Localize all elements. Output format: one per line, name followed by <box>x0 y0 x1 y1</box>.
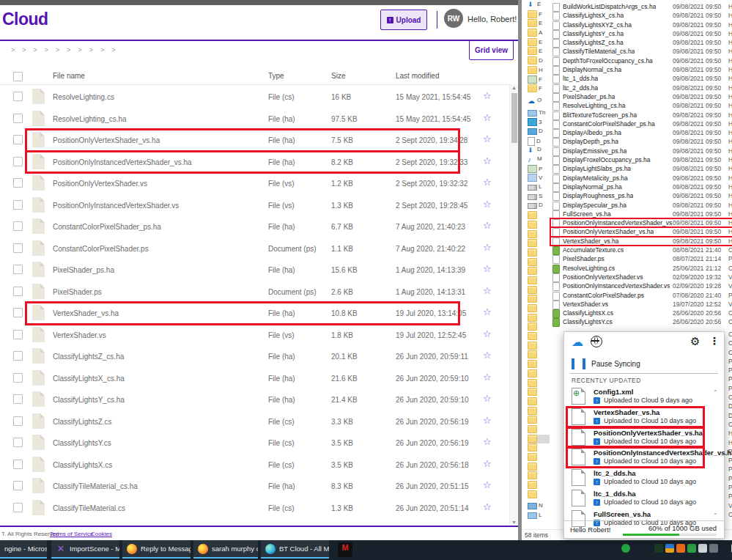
explorer-file-row[interactable]: PixelShader_ps.ha 09/08/2021 09:50 H <box>548 92 732 101</box>
tray-icon[interactable] <box>643 544 652 553</box>
explorer-file-row[interactable]: ResolveLighting.cs 25/06/2021 21:12 C <box>548 264 732 273</box>
explorer-file-name[interactable]: ResolveLighting_cs.ha <box>563 102 626 109</box>
file-name[interactable]: PositionOnlyVertexShader.vs <box>53 180 147 188</box>
explorer-file-name[interactable]: BlitTextureToScreen_ps.ha <box>563 111 637 119</box>
row-checkbox[interactable] <box>13 460 23 469</box>
favourite-star-icon[interactable]: ☆ <box>483 372 492 383</box>
explorer-file-row[interactable]: DisplayLightSlabs_ps.ha 09/08/2021 09:50… <box>548 164 732 173</box>
explorer-file-name[interactable]: PositionOnlyInstancedVertexShader.vs <box>563 282 670 290</box>
tree-node[interactable] <box>528 435 550 444</box>
tree-node[interactable]: O <box>528 97 550 106</box>
explorer-file-row[interactable]: ClassifyLightsX_cs.ha 09/08/2021 09:50 H <box>548 11 732 20</box>
favourite-star-icon[interactable]: ☆ <box>483 90 492 101</box>
row-checkbox[interactable] <box>13 200 23 210</box>
file-name[interactable]: ClassifyLightsX_cs.ha <box>53 375 125 383</box>
explorer-file-name[interactable]: DisplayNormal_cs.ha <box>563 66 621 73</box>
explorer-file-row[interactable]: DisplayAlbedo_ps.ha 09/08/2021 09:50 H <box>548 128 732 137</box>
breadcrumb-item[interactable] <box>97 45 108 54</box>
explorer-file-row[interactable]: ClassifyLightsY_cs.ha 09/08/2021 09:50 H <box>548 29 732 38</box>
explorer-file-name[interactable]: ConstantColorPixelShader.ps <box>563 292 644 299</box>
explorer-file-name[interactable]: DisplayEmissive_ps.ha <box>563 147 626 155</box>
breadcrumb-item[interactable] <box>18 45 29 54</box>
explorer-file-name[interactable]: PositionOnlyInstancedVertexShader_vs.ha <box>563 219 673 226</box>
kebab-menu-icon[interactable]: ⋮ <box>709 335 720 347</box>
column-header-name[interactable]: File name <box>53 72 85 80</box>
row-checkbox[interactable] <box>13 438 23 447</box>
pause-syncing-button[interactable]: Pause Syncing <box>572 357 640 370</box>
table-row[interactable]: ClassifyLightsZ_cs.ha File (ha) 20.1 KB … <box>0 346 509 368</box>
tree-node[interactable]: L <box>528 183 550 193</box>
row-checkbox[interactable] <box>13 394 23 404</box>
file-name[interactable]: ClassifyTileMaterial.cs <box>53 504 125 512</box>
explorer-file-row[interactable]: PixelShader.ps 08/07/2021 21:14 P <box>548 254 732 263</box>
explorer-file-row[interactable]: VertexShader.vs 19/07/2020 12:52 V <box>548 300 732 309</box>
favourite-star-icon[interactable]: ☆ <box>483 242 492 253</box>
favourite-star-icon[interactable]: ☆ <box>483 177 492 188</box>
explorer-file-row[interactable]: AccumulateTexture.cs 08/08/2021 21:40 C <box>548 246 732 254</box>
table-row[interactable]: ClassifyTileMaterial.cs File (cs) 1.3 KB… <box>0 498 509 520</box>
tree-node[interactable] <box>528 276 550 286</box>
table-row[interactable]: ClassifyLightsY.cs File (cs) 3.5 KB 26 J… <box>0 432 509 454</box>
favourite-star-icon[interactable]: ☆ <box>483 458 492 469</box>
row-checkbox[interactable] <box>13 330 23 339</box>
taskbar-button[interactable]: sarah murphy on T... <box>193 540 258 559</box>
file-name[interactable]: PixelShader.ps <box>53 288 102 296</box>
sync-item[interactable]: Config1.xml ↑ Uploaded to Cloud 9 days a… <box>564 386 724 407</box>
breadcrumb-item[interactable] <box>7 45 18 54</box>
tree-node[interactable] <box>528 248 550 258</box>
tree-node[interactable]: P <box>528 165 550 174</box>
tree-node[interactable] <box>528 323 550 332</box>
explorer-file-row[interactable]: PositionOnlyVertexShader_vs.ha 09/08/202… <box>548 227 732 236</box>
table-row[interactable]: ClassifyLightsX_cs.ha File (ha) 21.6 KB … <box>0 368 509 390</box>
tree-node[interactable] <box>528 267 550 276</box>
file-name[interactable]: ResolveLighting_cs.ha <box>53 115 127 123</box>
favourite-star-icon[interactable]: ☆ <box>483 112 492 123</box>
tree-node[interactable] <box>528 471 550 481</box>
breadcrumb-item[interactable] <box>52 45 63 54</box>
file-name[interactable]: VertexShader_vs.ha <box>53 309 119 317</box>
favourite-star-icon[interactable]: ☆ <box>483 133 492 144</box>
sync-item[interactable]: ltc_2_dds.ha ↑ Uploaded to Cloud 10 days… <box>564 468 724 488</box>
explorer-file-row[interactable]: DisplayRoughness_ps.ha 09/08/2021 09:50 … <box>548 191 732 200</box>
tree-node[interactable] <box>528 453 550 463</box>
tree-node[interactable]: H <box>528 66 550 75</box>
explorer-file-row[interactable]: BuildWorkListDispatchArgs_cs.ha 09/08/20… <box>548 2 732 11</box>
table-row[interactable]: PixelShader.ps Document (ps) 2.6 KB 1 Au… <box>0 281 509 303</box>
tree-node[interactable]: D <box>528 128 550 137</box>
explorer-file-row[interactable]: ClassifyLightsX.cs 26/06/2020 20:56 C <box>548 309 732 317</box>
tree-node[interactable]: Th <box>528 109 550 119</box>
explorer-file-name[interactable]: ltc_1_dds.ha <box>563 75 598 82</box>
tree-node[interactable]: E <box>528 19 550 29</box>
taskbar-button[interactable]: M <box>333 540 352 559</box>
explorer-file-name[interactable]: ClassifyLightsX_cs.ha <box>563 12 624 19</box>
tray-icon[interactable] <box>665 544 674 553</box>
explorer-file-name[interactable]: ClassifyLightsX.cs <box>563 309 613 317</box>
tree-node[interactable]: D <box>528 56 550 66</box>
table-row[interactable]: ClassifyLightsX.cs File (cs) 3.5 KB 26 J… <box>0 454 509 476</box>
tree-node[interactable] <box>528 388 550 397</box>
file-name[interactable]: ClassifyLightsY.cs <box>53 439 111 447</box>
row-checkbox[interactable] <box>13 308 23 317</box>
explorer-file-name[interactable]: DisplayAlbedo_ps.ha <box>563 129 621 136</box>
explorer-file-name[interactable]: VertexShader_vs.ha <box>563 237 619 245</box>
favourite-star-icon[interactable]: ☆ <box>483 479 492 490</box>
tree-node[interactable]: 3 <box>528 118 550 128</box>
tree-node[interactable]: S <box>528 193 550 202</box>
explorer-file-name[interactable]: FullScreen_vs.ha <box>563 210 611 218</box>
explorer-file-name[interactable]: ConstantColorPixelShader_ps.ha <box>563 120 655 128</box>
table-row[interactable]: ResolveLighting.cs File (cs) 16 KB 15 Ma… <box>0 86 509 108</box>
tree-node[interactable] <box>528 332 550 342</box>
explorer-file-row[interactable]: DisplayFroxelOccupancy_ps.ha 09/08/2021 … <box>548 155 732 164</box>
upload-button[interactable]: ↑ Upload <box>380 10 427 30</box>
file-name[interactable]: ClassifyLightsZ_cs.ha <box>53 353 124 361</box>
tree-node[interactable]: D <box>528 137 550 147</box>
explorer-file-name[interactable]: DisplayNormal_ps.ha <box>563 183 622 191</box>
explorer-file-row[interactable]: ConstantColorPixelShader.ps 07/08/2020 2… <box>548 291 732 300</box>
tree-node[interactable]: D <box>528 202 550 211</box>
explorer-file-row[interactable]: ResolveLighting_cs.ha 09/08/2021 09:50 H <box>548 101 732 110</box>
explorer-file-name[interactable]: DisplayDepth_ps.ha <box>563 138 618 145</box>
explorer-file-row[interactable]: ClassifyLightsZ_cs.ha 09/08/2021 09:50 H <box>548 38 732 47</box>
tree-node[interactable] <box>528 463 550 472</box>
favourite-star-icon[interactable]: ☆ <box>483 328 492 339</box>
breadcrumb-item[interactable] <box>86 45 97 54</box>
